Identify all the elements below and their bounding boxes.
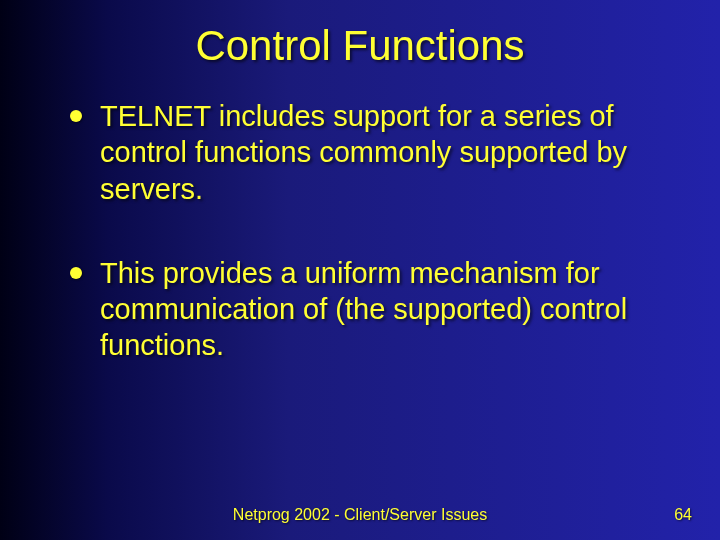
bullet-text: This provides a uniform mechanism for co… bbox=[100, 255, 660, 364]
bullet-text: TELNET includes support for a series of … bbox=[100, 98, 660, 207]
bullet-icon bbox=[70, 267, 82, 279]
bullet-icon bbox=[70, 110, 82, 122]
slide-body: TELNET includes support for a series of … bbox=[0, 70, 720, 364]
bullet-item: TELNET includes support for a series of … bbox=[70, 98, 660, 207]
footer-center-text: Netprog 2002 - Client/Server Issues bbox=[0, 506, 720, 524]
slide: Control Functions TELNET includes suppor… bbox=[0, 0, 720, 540]
page-number: 64 bbox=[674, 506, 692, 524]
slide-title: Control Functions bbox=[0, 0, 720, 70]
bullet-item: This provides a uniform mechanism for co… bbox=[70, 255, 660, 364]
